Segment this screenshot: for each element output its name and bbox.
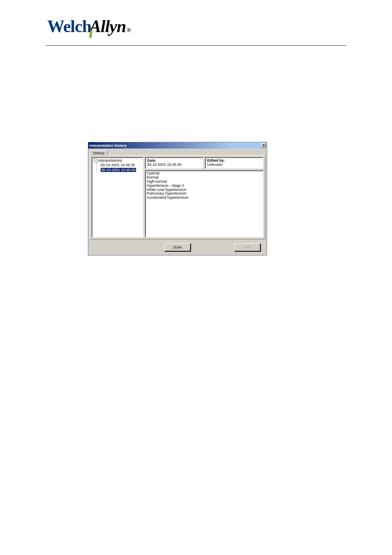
header-divider [45, 45, 347, 46]
tree-root-node[interactable]: − Interpretations [94, 158, 142, 163]
window-titlebar[interactable]: Interpretation history ✕ [88, 142, 267, 149]
content-line: Accelerated hypertension [147, 196, 262, 200]
tree-root: − Interpretations 29-10-2001 16:49:35 30… [93, 158, 142, 172]
edited-by-value: Unknown [207, 163, 261, 167]
tab-history[interactable]: History [90, 150, 108, 156]
button-row: Done Help [90, 241, 265, 254]
date-box: Date: 30-10-2001 10:45:46 [145, 157, 203, 169]
brand-logo: Welch Allyn ® [47, 16, 131, 36]
interpretation-history-window: Interpretation history ✕ History − Inter… [88, 142, 267, 255]
tree-root-label: Interpretations [98, 158, 122, 163]
dialog-screenshot: Interpretation history ✕ History − Inter… [88, 142, 267, 255]
info-row: Date: 30-10-2001 10:45:46 Edited by: Unk… [145, 157, 263, 169]
registered-mark: ® [127, 27, 130, 34]
collapse-icon[interactable]: − [94, 159, 97, 163]
edited-by-box: Edited by: Unknown [205, 157, 263, 169]
interpretation-content[interactable]: Optimal Normal High-normal Hypertension … [145, 170, 263, 237]
tab-strip: History [88, 149, 267, 155]
page-header: Welch Allyn ® [0, 0, 392, 36]
content-line: Optimal [147, 172, 262, 176]
logo-accent-stroke [89, 30, 93, 38]
details-panel: Date: 30-10-2001 10:45:46 Edited by: Unk… [145, 157, 263, 237]
edited-by-label: Edited by: [207, 158, 261, 163]
date-label: Date: [147, 158, 201, 163]
logo-text-allyn: Allyn [90, 16, 126, 36]
help-button: Help [234, 243, 261, 251]
tree-item[interactable]: 29-10-2001 16:49:35 [98, 163, 142, 167]
date-value: 30-10-2001 10:45:46 [147, 163, 201, 167]
dialog-body: − Interpretations 29-10-2001 16:49:35 30… [90, 155, 265, 239]
tree-children: 29-10-2001 16:49:35 30-10-2001 10:45:46 [96, 163, 142, 172]
close-icon[interactable]: ✕ [261, 143, 266, 148]
window-title: Interpretation history [90, 144, 127, 148]
tree-item-selected[interactable]: 30-10-2001 10:45:46 [98, 167, 142, 172]
main-panels: − Interpretations 29-10-2001 16:49:35 30… [92, 157, 263, 237]
done-button[interactable]: Done [164, 243, 191, 251]
interpretations-tree[interactable]: − Interpretations 29-10-2001 16:49:35 30… [92, 157, 143, 237]
logo-text-welch: Welch [47, 16, 91, 36]
